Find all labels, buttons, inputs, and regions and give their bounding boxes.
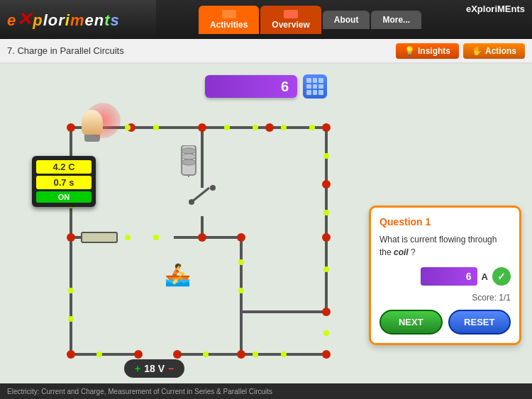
score-grid-icon [303, 74, 327, 99]
svg-point-33 [224, 125, 230, 130]
svg-point-44 [96, 352, 102, 357]
svg-point-40 [323, 330, 329, 336]
logo: e✕ploriments [7, 9, 120, 30]
svg-point-55 [182, 148, 196, 154]
svg-point-57 [182, 159, 196, 165]
nav-about[interactable]: About [323, 11, 370, 29]
nav-activities[interactable]: Activities [199, 6, 259, 34]
lightbulb-icon: 💡 [404, 46, 415, 56]
svg-point-48 [238, 259, 244, 265]
answer-unit: A [482, 271, 488, 282]
svg-point-32 [153, 125, 159, 130]
svg-point-29 [68, 288, 74, 293]
svg-point-20 [198, 233, 206, 242]
nav-tabs: Activities Overview About More... [199, 6, 421, 34]
svg-point-21 [237, 233, 245, 242]
insights-button[interactable]: 💡 Insights [396, 43, 459, 59]
svg-point-17 [322, 233, 331, 242]
svg-point-38 [323, 210, 329, 215]
svg-point-36 [309, 125, 315, 130]
answer-value: 6 [466, 271, 472, 282]
coil-element [176, 145, 201, 177]
action-buttons: 💡 Insights ✋ Actions [396, 43, 525, 59]
score-display: 6 [205, 74, 327, 99]
svg-point-19 [67, 233, 75, 242]
nav-overview[interactable]: Overview [260, 6, 321, 34]
svg-point-39 [323, 266, 329, 272]
svg-point-13 [198, 123, 206, 132]
about-label: About [334, 15, 359, 25]
svg-point-11 [67, 123, 75, 132]
question-highlighted-word: coil [394, 247, 409, 257]
question-panel: Question 1 What is current flowing throu… [369, 206, 521, 345]
main-canvas: 6 [0, 64, 532, 399]
answer-check-icon: ✓ [492, 267, 511, 286]
status-bar: Electricity: Current and Charge, Measure… [0, 383, 532, 399]
svg-line-50 [192, 188, 209, 202]
svg-point-37 [323, 153, 329, 159]
svg-point-15 [322, 123, 331, 132]
lightbulb [82, 110, 103, 142]
svg-point-47 [238, 288, 244, 293]
overview-label: Overview [272, 20, 309, 30]
svg-point-35 [281, 125, 287, 130]
question-text: What is current flowing through the coil… [379, 233, 511, 259]
svg-point-24 [173, 350, 182, 359]
page-title: 7. Charge in Parallel Circuits [7, 45, 124, 56]
battery-minus: − [168, 363, 174, 374]
svg-point-30 [68, 316, 74, 322]
svg-point-18 [322, 308, 331, 316]
svg-point-31 [125, 125, 131, 130]
svg-point-45 [153, 235, 159, 240]
charge-reading: 4.2 C [36, 160, 92, 174]
nav-more[interactable]: More... [371, 11, 421, 29]
battery-voltage: 18 V [144, 363, 165, 374]
svg-point-46 [125, 235, 131, 240]
svg-point-23 [134, 350, 143, 359]
answer-input[interactable]: 6 [421, 267, 477, 286]
hand-icon: ✋ [472, 46, 482, 56]
insights-label: Insights [418, 46, 450, 56]
reset-button[interactable]: RESET [448, 310, 511, 335]
logo-area: e✕ploriments [0, 0, 156, 39]
svg-point-43 [203, 352, 209, 357]
score-value: 6 [281, 79, 289, 95]
svg-point-52 [210, 185, 216, 191]
score-bar: 6 [205, 75, 297, 98]
actions-button[interactable]: ✋ Actions [463, 43, 525, 59]
svg-point-34 [253, 125, 258, 130]
svg-point-56 [182, 154, 196, 159]
next-button[interactable]: NEXT [379, 310, 443, 335]
svg-point-14 [265, 123, 274, 132]
svg-point-25 [237, 350, 245, 359]
svg-point-22 [67, 350, 75, 359]
battery-element: + 18 V − [124, 359, 184, 378]
actions-label: Actions [485, 46, 516, 56]
header: e✕ploriments Activities Overview About M… [0, 0, 532, 39]
svg-rect-49 [82, 232, 117, 242]
svg-point-51 [189, 199, 194, 205]
question-text-after: ? [411, 247, 416, 257]
score-display-text: Score: 1/1 [379, 293, 511, 303]
panel-buttons: NEXT RESET [379, 310, 511, 335]
answer-row: 6 A ✓ [379, 267, 511, 286]
device-status: ON [36, 191, 92, 203]
status-text: Electricity: Current and Charge, Measure… [7, 388, 272, 395]
question-title: Question 1 [379, 216, 511, 227]
svg-point-42 [253, 352, 258, 357]
svg-point-26 [322, 350, 331, 359]
battery-plus: + [135, 363, 140, 374]
boat-element: 🚣 [149, 262, 206, 305]
time-reading: 0.7 s [36, 176, 92, 189]
corner-logo: eXploriMEnts [466, 4, 525, 14]
svg-point-41 [281, 352, 287, 357]
measurement-device: 4.2 C 0.7 s ON [32, 156, 96, 207]
svg-point-16 [322, 180, 331, 189]
bulb-body [82, 110, 103, 135]
coil-svg [176, 145, 201, 177]
activities-label: Activities [210, 20, 248, 30]
toolbar: 7. Charge in Parallel Circuits 💡 Insight… [0, 39, 532, 64]
more-label: More... [382, 15, 410, 25]
